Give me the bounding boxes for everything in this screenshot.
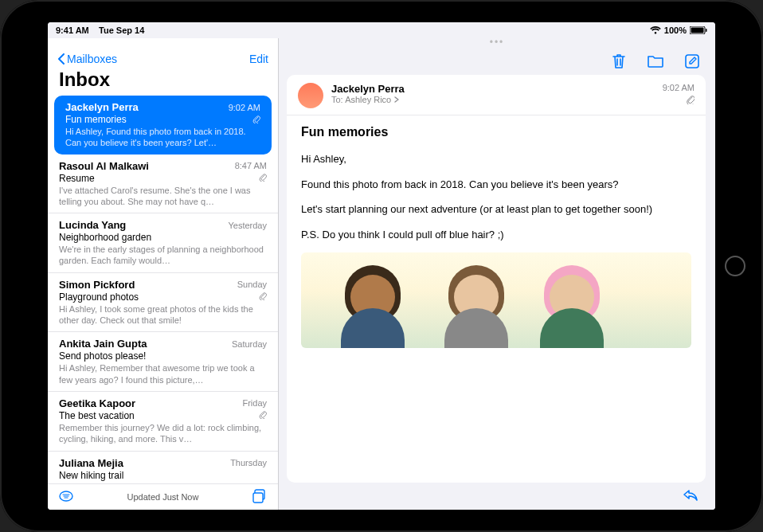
status-left: 9:41 AM Tue Sep 14 [56, 25, 144, 35]
mail-item[interactable]: Lucinda YangYesterdayNeighborhood garden… [48, 213, 278, 273]
screen: 9:41 AM Tue Sep 14 100% ••• [48, 22, 715, 510]
sidebar-footer: Updated Just Now [48, 483, 278, 510]
mail-sender: Ankita Jain Gupta [59, 338, 147, 350]
message-paragraph: Let's start planning our next adventure … [301, 202, 691, 217]
message-paragraph: Found this photo from back in 2018. Can … [301, 178, 691, 192]
reply-button[interactable] [682, 487, 699, 505]
mail-sender: Simon Pickford [59, 279, 135, 291]
chevron-left-icon [57, 53, 65, 65]
mail-time: Sunday [237, 280, 267, 289]
edit-button[interactable]: Edit [249, 53, 268, 65]
svg-rect-5 [253, 493, 263, 503]
compose-button[interactable] [683, 53, 701, 70]
drag-handle[interactable]: ••• [279, 38, 715, 48]
to-recipient: Ashley Rico [345, 95, 391, 104]
move-folder-button[interactable] [647, 53, 664, 70]
mail-item[interactable]: Jackelyn Perra9:02 AMFun memoriesHi Ashl… [54, 96, 272, 155]
mail-preview: Hi Ashley, Remember that awesome trip we… [59, 362, 267, 385]
mail-subject: Playground photos [59, 291, 139, 303]
chevron-right-icon [393, 96, 400, 103]
mail-sender: Rasoul Al Malkawi [59, 160, 149, 172]
message-paragraph: Hi Ashley, [301, 152, 691, 166]
mail-subject: The best vacation [59, 410, 135, 421]
message-body: Fun memories Hi Ashley,Found this photo … [287, 115, 706, 483]
attachment-icon [259, 410, 267, 421]
message-to[interactable]: To: Ashley Rico [331, 95, 655, 104]
compose-secondary-button[interactable] [252, 489, 267, 505]
message-subject: Fun memories [301, 125, 691, 139]
trash-button[interactable] [610, 53, 628, 70]
mail-sender: Geetika Kapoor [59, 397, 135, 409]
mail-item[interactable]: Rasoul Al Malkawi8:47 AMResumeI've attac… [48, 155, 278, 214]
mail-subject: Neighborhood garden [59, 232, 151, 243]
mail-subject: Send photos please! [59, 350, 146, 362]
svg-rect-2 [706, 29, 707, 32]
message-pane: ••• Jackelyn Per [279, 38, 715, 510]
mail-preview: Hi Ashley, I took some great photos of t… [59, 303, 267, 327]
mail-item[interactable]: Geetika KapoorFridayThe best vacationRem… [48, 392, 278, 452]
to-label: To: [331, 95, 343, 104]
mail-time: Friday [242, 398, 267, 408]
detail-footer [279, 483, 715, 510]
message-header-text: Jackelyn Perra To: Ashley Rico [331, 83, 655, 104]
mail-item[interactable]: Juliana MejiaThursdayNew hiking trail [48, 452, 278, 483]
message-from: Jackelyn Perra [331, 83, 655, 95]
mail-preview: I've attached Carol's resume. She's the … [59, 185, 267, 208]
ipad-frame: 9:41 AM Tue Sep 14 100% ••• [0, 0, 763, 532]
attachment-icon [259, 291, 267, 302]
battery-icon [690, 26, 707, 34]
mail-sender: Juliana Mejia [59, 457, 123, 469]
message-card: Jackelyn Perra To: Ashley Rico 9:02 AM [287, 75, 706, 483]
inbox-title: Inbox [48, 67, 278, 96]
message-header[interactable]: Jackelyn Perra To: Ashley Rico 9:02 AM [287, 75, 706, 115]
sync-status: Updated Just Now [73, 492, 252, 502]
mail-sender: Lucinda Yang [59, 219, 126, 231]
attached-photo[interactable] [301, 252, 691, 348]
sidebar: ••• Mailboxes Edit Inbox Jackelyn Perra9… [48, 38, 279, 510]
mail-list[interactable]: Jackelyn Perra9:02 AMFun memoriesHi Ashl… [48, 96, 278, 483]
mail-subject: Resume [59, 173, 95, 184]
mail-preview: Remember this journey? We did a lot: roc… [59, 422, 267, 445]
message-meta: 9:02 AM [663, 83, 695, 106]
detail-toolbar [279, 48, 715, 75]
status-battery-pct: 100% [664, 25, 687, 35]
mail-time: Yesterday [228, 221, 267, 230]
mail-preview: We're in the early stages of planning a … [59, 244, 267, 267]
mail-item[interactable]: Simon PickfordSundayPlayground photosHi … [48, 273, 278, 333]
message-time: 9:02 AM [663, 83, 695, 92]
mail-sender: Jackelyn Perra [65, 101, 139, 113]
svg-rect-6 [686, 55, 698, 68]
attachment-icon [663, 95, 695, 106]
status-right: 100% [650, 25, 707, 35]
wifi-icon [650, 26, 661, 34]
attachment-icon [259, 173, 267, 183]
mail-time: Saturday [232, 339, 267, 349]
app-content: ••• Mailboxes Edit Inbox Jackelyn Perra9… [48, 38, 715, 510]
mail-subject: Fun memories [65, 114, 127, 125]
filter-button[interactable] [59, 491, 73, 503]
mail-item[interactable]: Ankita Jain GuptaSaturdaySend photos ple… [48, 332, 278, 392]
sender-avatar[interactable] [298, 83, 323, 108]
mail-preview: Hi Ashley, Found this photo from back in… [65, 126, 260, 149]
attachment-icon [252, 115, 260, 125]
mail-time: 8:47 AM [235, 161, 267, 170]
mail-subject: New hiking trail [59, 470, 123, 481]
status-date: Tue Sep 14 [99, 25, 144, 35]
mail-time: 9:02 AM [229, 103, 260, 112]
sidebar-header: Mailboxes Edit [48, 48, 278, 67]
message-paragraph: P.S. Do you think I could pull off blue … [301, 228, 691, 242]
home-button[interactable] [725, 256, 745, 276]
status-time: 9:41 AM [56, 25, 89, 35]
mail-time: Thursday [230, 458, 267, 467]
svg-rect-1 [691, 28, 704, 33]
back-mailboxes-button[interactable]: Mailboxes [57, 53, 117, 65]
back-label: Mailboxes [67, 53, 117, 65]
status-bar: 9:41 AM Tue Sep 14 100% [48, 22, 715, 38]
